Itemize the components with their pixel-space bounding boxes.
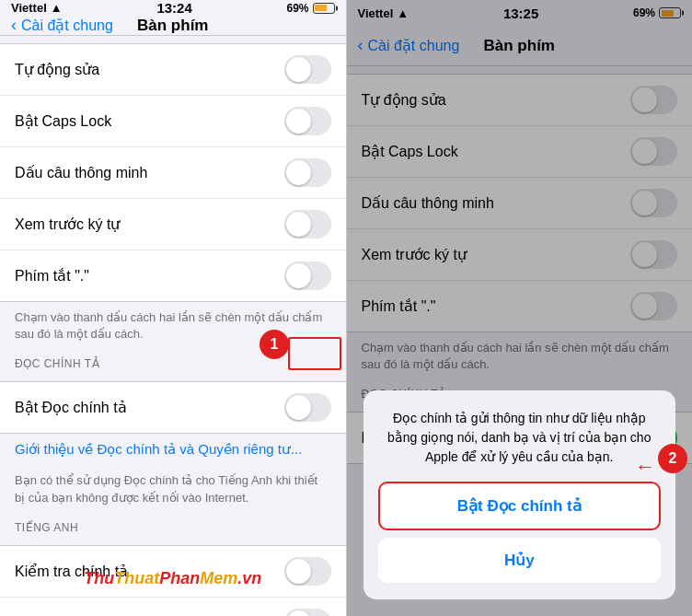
- step-2-circle: 2: [658, 444, 687, 473]
- watermark-phan: Phan: [159, 569, 200, 588]
- dialog-box: Đọc chính tả gửi thông tin như dữ liệu n…: [363, 390, 676, 599]
- list-item[interactable]: Bật Caps Lock: [0, 96, 346, 147]
- watermark: Thu Thuat Phan Mem .vn: [84, 569, 261, 588]
- step-1-circle: 1: [260, 330, 289, 359]
- item-label: Phím tắt ".": [15, 267, 89, 285]
- step-1-label: 1: [271, 336, 279, 353]
- toggle-spell-left[interactable]: [284, 557, 331, 586]
- step-2-label: 2: [669, 450, 677, 467]
- item-label: Dấu câu thông minh: [15, 164, 147, 181]
- list-item[interactable]: Dấu câu thông minh: [0, 147, 346, 199]
- wifi-icon-left: ▲: [51, 1, 63, 15]
- status-bar-left: Viettel ▲ 13:24 69%: [0, 0, 346, 16]
- toggle-punctuation-left[interactable]: [284, 158, 331, 187]
- back-button-left[interactable]: ‹ Cài đặt chung: [11, 16, 113, 35]
- item-label: Tự động sửa: [15, 61, 99, 78]
- watermark-vn: .vn: [237, 569, 261, 588]
- list-item[interactable]: Phím tắt ".": [0, 250, 346, 301]
- battery-fill-left: [315, 5, 327, 11]
- watermark-mem: Mem: [200, 569, 237, 588]
- main-settings-left: Tự động sửa Bật Caps Lock Dấu câu thông …: [0, 43, 346, 302]
- status-right-left: 69%: [286, 2, 334, 15]
- item-label: Bật Caps Lock: [15, 112, 111, 130]
- battery-bar-left: [313, 3, 335, 14]
- list-item[interactable]: Xem trước ký tự: [0, 199, 346, 250]
- doc-section-left: Bật Đọc chính tả: [0, 381, 346, 434]
- watermark-thu: Thu: [84, 569, 114, 588]
- toggle-caps-left[interactable]: [284, 107, 331, 135]
- toggle-auto-fix-left[interactable]: [284, 55, 331, 84]
- toggle-shortcut-left[interactable]: [284, 262, 331, 290]
- back-chevron-icon-left: ‹: [11, 16, 17, 35]
- cancel-dialog-button[interactable]: Hủy: [378, 538, 662, 583]
- nav-title-left: Bàn phím: [137, 17, 208, 35]
- toggle-predict-left[interactable]: [284, 609, 331, 616]
- list-item[interactable]: Dự đoán: [0, 598, 346, 616]
- back-text-left: Cài đặt chung: [21, 17, 113, 34]
- toggle-preview-left[interactable]: [284, 210, 331, 238]
- enable-doc-button[interactable]: Bật Đọc chính tả: [378, 482, 662, 530]
- dialog-text: Đọc chính tả gửi thông tin như dữ liệu n…: [378, 409, 662, 467]
- time-left: 13:24: [156, 0, 191, 16]
- highlight-box-left: [288, 337, 341, 370]
- doc-link-left[interactable]: Giới thiệu về Đọc chính tả và Quyền riên…: [0, 434, 346, 465]
- section-eng-left: TIẾNG ANH: [0, 514, 346, 538]
- item-label: Xem trước ký tự: [15, 215, 120, 233]
- dialog-overlay: 2 ← Đọc chính tả gửi thông tin như dữ li…: [347, 0, 693, 616]
- list-item[interactable]: Tự động sửa: [0, 44, 346, 96]
- carrier-left: Viettel: [11, 1, 47, 15]
- toggle-doc-left[interactable]: [284, 393, 331, 422]
- doc-description-left: Bạn có thể sử dụng Đọc chính tả cho Tiến…: [0, 465, 346, 513]
- doc-label-left: Bật Đọc chính tả: [15, 399, 127, 416]
- right-panel: Viettel ▲ 13:25 69% ‹ Cài đặt chung Bàn …: [347, 0, 693, 616]
- status-left: Viettel ▲: [11, 1, 63, 15]
- battery-pct-left: 69%: [286, 2, 308, 15]
- left-panel: Viettel ▲ 13:24 69% ‹ Cài đặt chung Bàn …: [0, 0, 346, 616]
- nav-bar-left: ‹ Cài đặt chung Bàn phím: [0, 16, 346, 36]
- watermark-thuat: Thuat: [114, 569, 159, 588]
- doc-item-left[interactable]: Bật Đọc chính tả: [0, 382, 346, 433]
- step2-arrow-icon: ←: [635, 455, 655, 479]
